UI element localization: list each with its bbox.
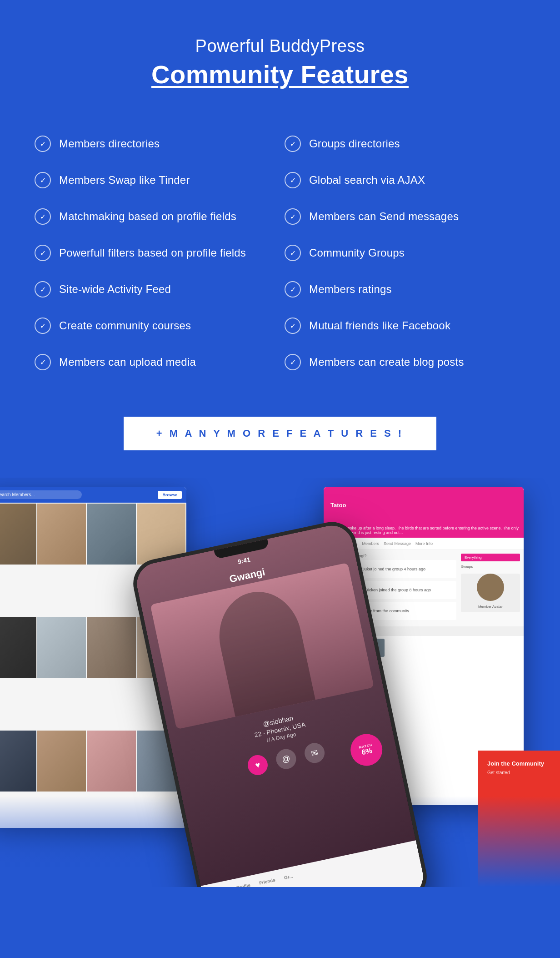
cta-section: + M A N Y M O R E F E A T U R E S ! [0, 403, 560, 478]
feature-item-courses: ✓ Create community courses [30, 308, 280, 344]
feature-label: Matchmaking based on profile fields [59, 210, 236, 223]
filter-btn-mock: Browse [158, 491, 182, 499]
member-card [37, 504, 86, 565]
check-icon: ✓ [35, 354, 51, 370]
feature-label: Members can Send messages [309, 210, 459, 223]
check-icon: ✓ [285, 245, 301, 261]
check-icon: ✓ [285, 354, 301, 370]
feature-label: Members directories [59, 137, 160, 150]
feature-label: Members can upload media [59, 356, 196, 368]
feature-item-filters: ✓ Powerfull filters based on profile fie… [30, 235, 280, 271]
friends-tab[interactable]: Friends [259, 877, 276, 885]
search-input-mock: Search Members... [0, 490, 82, 499]
check-icon: ✓ [285, 172, 301, 188]
feature-label: Site-wide Activity Feed [59, 283, 171, 296]
header-subtitle: Powerful BuddyPress [18, 36, 542, 56]
member-card [0, 504, 36, 565]
feature-item-activity-feed: ✓ Site-wide Activity Feed [30, 271, 280, 308]
member-card [87, 504, 136, 565]
features-section: ✓ Members directories ✓ Groups directori… [0, 107, 560, 403]
member-card [0, 731, 36, 792]
feature-item-global-search: ✓ Global search via AJAX [280, 162, 530, 198]
header-title: Community Features [18, 60, 542, 89]
feature-item-community-groups: ✓ Community Groups [280, 235, 530, 271]
message-icon: ✉ [303, 741, 326, 765]
check-icon: ✓ [35, 136, 51, 152]
features-grid: ✓ Members directories ✓ Groups directori… [30, 126, 530, 380]
groups-tab[interactable]: Gr... [284, 873, 293, 880]
profile-tab[interactable]: Profile [236, 882, 251, 887]
feature-label: Members ratings [309, 283, 392, 296]
check-icon: ✓ [35, 318, 51, 334]
feature-label: Mutual friends like Facebook [309, 319, 450, 332]
feature-label: Community Groups [309, 247, 405, 259]
red-panel-text: Join the Community Get started [478, 751, 560, 784]
feature-item-matchmaking: ✓ Matchmaking based on profile fields [30, 198, 280, 235]
feature-item-mutual-friends: ✓ Mutual friends like Facebook [280, 308, 530, 344]
feature-item-upload-media: ✓ Members can upload media [30, 344, 280, 380]
header-section: Powerful BuddyPress Community Features [0, 0, 560, 107]
feature-label: Members Swap like Tinder [59, 174, 190, 187]
check-icon: ✓ [35, 281, 51, 297]
activity-header: Tatoo [324, 487, 524, 523]
cta-button[interactable]: + M A N Y M O R E F E A T U R E S ! [124, 417, 436, 450]
check-icon: ✓ [285, 281, 301, 297]
check-icon: ✓ [35, 172, 51, 188]
member-card [0, 617, 36, 678]
at-icon: @ [274, 747, 298, 771]
match-percent: 6% [361, 746, 373, 756]
check-icon: ✓ [285, 208, 301, 225]
feature-item-blog-posts: ✓ Members can create blog posts [280, 344, 530, 380]
feature-item-send-messages: ✓ Members can Send messages [280, 198, 530, 235]
check-icon: ✓ [35, 208, 51, 225]
feature-item-members-swap: ✓ Members Swap like Tinder [30, 162, 280, 198]
feature-label: Members can create blog posts [309, 356, 464, 368]
feature-label: Groups directories [309, 137, 400, 150]
page-wrapper: Powerful BuddyPress Community Features ✓… [0, 0, 560, 887]
check-icon: ✓ [35, 245, 51, 261]
search-bar: Search Members... Browse [0, 487, 186, 503]
feature-label: Create community courses [59, 319, 191, 332]
member-card [37, 731, 86, 792]
member-card [37, 617, 86, 678]
heart-icon: ♥ [246, 753, 270, 777]
member-card [87, 617, 136, 678]
check-icon: ✓ [285, 136, 301, 152]
member-card [87, 731, 136, 792]
phone-bottom-nav: Activity Profile Friends Gr... Personal [200, 840, 427, 887]
check-icon: ✓ [285, 318, 301, 334]
feature-label: Global search via AJAX [309, 174, 425, 187]
screenshots-section: Search Members... Browse [0, 478, 560, 887]
feature-label: Powerfull filters based on profile field… [59, 247, 246, 259]
feature-item-members-ratings: ✓ Members ratings [280, 271, 530, 308]
feature-item-members-directories: ✓ Members directories [30, 126, 280, 162]
feature-item-groups-directories: ✓ Groups directories [280, 126, 530, 162]
